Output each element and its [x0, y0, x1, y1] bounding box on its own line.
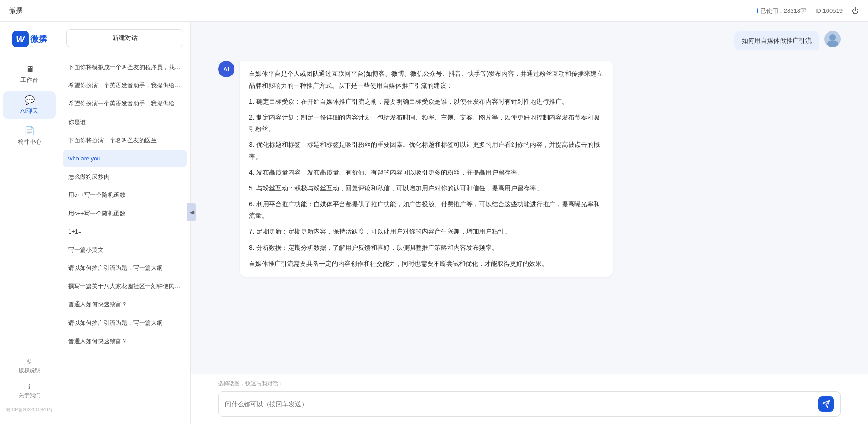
sidebar-header: 新建对话 [59, 22, 190, 55]
topbar-id: ID:100519 [815, 7, 843, 14]
logo-area: W 微撰 [12, 31, 47, 47]
sidebar-item-copyright[interactable]: © 版权说明 [3, 355, 55, 378]
chat-history-item[interactable]: 下面你将扮演一个名叫圣友的医生 [63, 132, 187, 149]
beian-text: 粤ICP备2022015948号 [2, 405, 56, 415]
svg-point-1 [829, 34, 836, 40]
chat-history-item[interactable]: 普通人如何快速致富？ [63, 333, 187, 350]
sidebar-item-drafts[interactable]: 📄 稿件中心 [3, 122, 55, 150]
quick-prompt-label: 选择话题，快速与我对话： [218, 380, 841, 388]
new-chat-button[interactable]: 新建对话 [66, 29, 183, 47]
chat-history-item[interactable]: 写一篇小黄文 [63, 241, 187, 259]
topbar-usage: ℹ 已使用：28318字 [756, 7, 806, 15]
collapse-sidebar-button[interactable]: ◀ [187, 203, 196, 221]
workspace-icon: 🖥 [25, 65, 34, 74]
logo-text: 微撰 [30, 34, 47, 45]
user-message-bubble: 如何用自媒体做推广引流 [734, 31, 819, 50]
info-icon: ℹ [756, 7, 758, 15]
ai-message-text: 自媒体平台是个人或团队通过互联网平台(如博客、微博、微信公众号、抖音、快手等)发… [249, 68, 604, 269]
chat-history-item[interactable]: 普通人如何快速致富？ [63, 296, 187, 313]
topbar: 微撰 ℹ 已使用：28318字 ID:100519 ⏻ [0, 0, 868, 22]
send-button[interactable] [818, 396, 834, 412]
nav-bottom: © 版权说明 ℹ 关于我们 粤ICP备2022015948号 [0, 355, 59, 415]
user-avatar [824, 31, 841, 47]
about-icon: ℹ [28, 384, 30, 390]
about-label: 关于我们 [19, 392, 40, 399]
chat-input-area: 选择话题，快速与我对话： [191, 374, 868, 424]
chat-history-item[interactable]: who are you [63, 150, 187, 167]
chat-input[interactable] [225, 400, 815, 408]
ai-chat-icon: 💬 [25, 95, 35, 105]
ai-paragraph: 4. 发布高质量内容：发布高质量、有价值、有趣的内容可以吸引更多的粉丝，并提高用… [249, 167, 604, 178]
chat-history-sidebar: 新建对话 下面你将模拟成一个叫圣友的程序员，我说...希望你扮演一个英语发音助手… [59, 22, 191, 424]
ai-paragraph: 2. 制定内容计划：制定一份详细的内容计划，包括发布时间、频率、主题、文案、图片… [249, 112, 604, 135]
chat-history-item[interactable]: 用c++写一个随机函数 [63, 186, 187, 204]
chat-history-item[interactable]: 希望你扮演一个英语发音助手，我提供给你... [63, 95, 187, 112]
sidebar-item-about[interactable]: ℹ 关于我们 [3, 380, 55, 403]
input-box-wrap [218, 391, 841, 417]
chat-history-item[interactable]: 用c++写一个随机函数 [63, 205, 187, 222]
workspace-label: 工作台 [20, 76, 38, 84]
drafts-label: 稿件中心 [18, 138, 41, 146]
ai-paragraph: 自媒体推广引流需要具备一定的内容创作和社交能力，同时也需要不断尝试和优化，才能取… [249, 258, 604, 269]
ai-paragraph: 自媒体平台是个人或团队通过互联网平台(如博客、微博、微信公众号、抖音、快手等)发… [249, 68, 604, 91]
left-nav: W 微撰 🖥 工作台 💬 AI聊天 📄 稿件中心 © 版权说明 ℹ [0, 22, 59, 424]
chat-area: 如何用自媒体做推广引流 AI 自媒体平台是个人或团队通过互联网平 [191, 22, 868, 424]
sidebar-item-workspace[interactable]: 🖥 工作台 [3, 61, 55, 88]
ai-paragraph: 5. 与粉丝互动：积极与粉丝互动，回复评论和私信，可以增加用户对你的认可和信任，… [249, 183, 604, 194]
ai-paragraph: 1. 确定目标受众：在开始自媒体推广引流之前，需要明确目标受众是谁，以便在发布内… [249, 96, 604, 107]
topbar-right: ℹ 已使用：28318字 ID:100519 ⏻ [756, 7, 859, 15]
chat-history-item[interactable]: 下面你将模拟成一个叫圣友的程序员，我说... [63, 59, 187, 76]
user-message-text: 如何用自媒体做推广引流 [742, 37, 812, 44]
drafts-icon: 📄 [25, 126, 35, 136]
ai-message-bubble: 自媒体平台是个人或团队通过互联网平台(如博客、微博、微信公众号、抖音、快手等)发… [240, 61, 613, 277]
ai-message-row: AI 自媒体平台是个人或团队通过互联网平台(如博客、微博、微信公众号、抖音、快手… [218, 61, 841, 277]
usage-text: 已使用：28318字 [760, 7, 806, 15]
ai-paragraph: 3. 优化标题和标签：标题和标签是吸引粉丝的重要因素。优化标题和标签可以让更多的… [249, 139, 604, 162]
topbar-title: 微撰 [9, 6, 756, 15]
ai-paragraph: 7. 定期更新：定期更新内容，保持活跃度，可以让用户对你的内容产生兴趣，增加用户… [249, 226, 604, 237]
chat-history-item[interactable]: 请以如何推广引流为题，写一篇大纲 [63, 314, 187, 332]
chat-history-item[interactable]: 撰写一篇关于八大家花园社区一刻钟便民生... [63, 278, 187, 295]
ai-avatar: AI [218, 61, 234, 77]
chat-history-list: 下面你将模拟成一个叫圣友的程序员，我说...希望你扮演一个英语发音助手，我提供给… [59, 55, 190, 424]
chat-history-item[interactable]: 1+1= [63, 223, 187, 240]
nav-items: 🖥 工作台 💬 AI聊天 📄 稿件中心 [0, 61, 59, 150]
main-layout: W 微撰 🖥 工作台 💬 AI聊天 📄 稿件中心 © 版权说明 ℹ [0, 22, 868, 424]
chat-history-item[interactable]: 请以如何推广引流为题，写一篇大纲 [63, 259, 187, 277]
chat-history-item[interactable]: 希望你扮演一个英语发音助手，我提供给你... [63, 77, 187, 94]
ai-avatar-label: AI [224, 66, 229, 73]
ai-chat-label: AI聊天 [20, 107, 38, 115]
ai-paragraph: 6. 利用平台推广功能：自媒体平台都提供了推广功能，如广告投放、付费推广等，可以… [249, 199, 604, 221]
copyright-label: 版权说明 [19, 367, 40, 374]
chat-history-item[interactable]: 你是谁 [63, 114, 187, 131]
copyright-icon: © [27, 359, 31, 365]
ai-paragraph: 8. 分析数据：定期分析数据，了解用户反馈和喜好，以便调整推广策略和内容发布频率… [249, 242, 604, 254]
chat-history-item[interactable]: 怎么做狗屎炒肉 [63, 168, 187, 185]
sidebar-item-ai-chat[interactable]: 💬 AI聊天 [3, 91, 55, 119]
user-message-row: 如何用自媒体做推广引流 [218, 31, 841, 50]
chat-messages: 如何用自媒体做推广引流 AI 自媒体平台是个人或团队通过互联网平 [191, 22, 868, 374]
power-icon[interactable]: ⏻ [852, 7, 859, 15]
logo-w-icon: W [12, 31, 29, 47]
